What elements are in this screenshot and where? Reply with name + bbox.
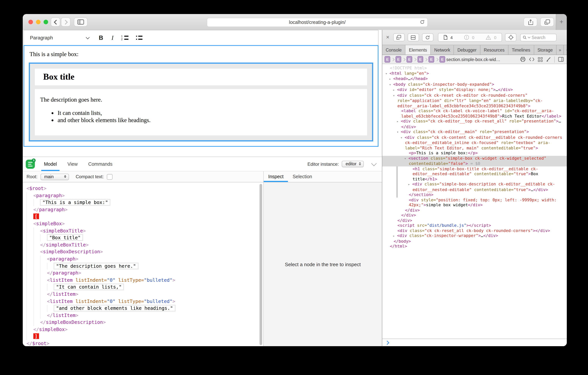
share-button[interactable] xyxy=(524,17,537,27)
dom-tree-line[interactable]: </body> xyxy=(382,239,567,244)
list-item[interactable]: It can contain lists, xyxy=(58,110,362,116)
close-devtools-icon[interactable]: × xyxy=(386,34,389,40)
disclosure-collapsed-icon[interactable]: ▸ xyxy=(393,88,397,93)
dom-tree-line[interactable]: ▾<div class="ck ck-reset ck-editor ck-ro… xyxy=(382,93,567,109)
tab-overview-button[interactable] xyxy=(540,17,554,27)
model-tree-line[interactable]: </simpleBoxTitle> xyxy=(23,242,263,249)
disclosure-collapsed-icon[interactable]: ▸ xyxy=(408,182,412,187)
model-tree-line[interactable]: </listItem> xyxy=(23,312,263,319)
italic-button[interactable]: I xyxy=(112,34,114,41)
dom-tree-line[interactable]: </div> xyxy=(382,213,567,218)
inspector-tab-view[interactable]: View xyxy=(66,157,79,171)
side-tab-inspect[interactable]: Inspect xyxy=(264,171,288,182)
dom-tree-line[interactable]: ▸<head>…</head> xyxy=(382,76,567,82)
element-badge[interactable]: E xyxy=(429,56,434,63)
element-badge[interactable]: E xyxy=(440,56,445,63)
model-tree-line[interactable]: <simpleBoxDescription> xyxy=(23,249,263,255)
activity-summary[interactable]: 4 0 0 xyxy=(438,33,502,42)
numbered-list-button[interactable]: 1 2 xyxy=(121,35,128,40)
print-icon[interactable] xyxy=(520,57,525,62)
dom-tree-line[interactable]: ▾<section class="simple-box ck-widget ck… xyxy=(382,156,567,166)
element-badge[interactable]: E xyxy=(418,56,423,63)
dom-tree-line[interactable]: ▾<body class="ck-inspector-body-expanded… xyxy=(382,82,567,87)
dom-tree-line[interactable]: ▸<div class="simple-box-description ck-e… xyxy=(382,182,567,192)
dom-tree-line[interactable]: ▾<html lang="en"> xyxy=(382,71,567,76)
inspector-tab-model[interactable]: Model xyxy=(43,157,58,171)
dock-side-button[interactable] xyxy=(393,33,405,41)
dom-tree-line[interactable]: ▸<div id="editor" style="display: none;"… xyxy=(382,87,567,93)
disclosure-expanded-icon[interactable]: ▾ xyxy=(393,93,397,98)
editor-instance-select[interactable]: editor xyxy=(342,161,364,167)
dom-tree-line[interactable]: ▾<div class="ck ck-content ck-editor__ed… xyxy=(382,135,567,151)
model-tree-line[interactable]: </listItem> xyxy=(23,291,263,298)
disclosure-collapsed-icon[interactable]: ▸ xyxy=(389,77,393,82)
sidebar-toggle-button[interactable] xyxy=(74,17,87,27)
model-tree-line[interactable]: [ xyxy=(23,213,263,220)
reload-page-button[interactable] xyxy=(422,33,433,41)
bulleted-list-button[interactable] xyxy=(136,35,142,40)
root-select[interactable]: main xyxy=(40,174,69,180)
editor-editable-area[interactable]: This is a simple box: Box title The desc… xyxy=(23,45,378,147)
model-tree-line[interactable]: <simpleBox> xyxy=(23,220,263,227)
minimize-window-button[interactable] xyxy=(36,20,41,24)
dom-tree-line[interactable]: <!DOCTYPE html> xyxy=(382,66,567,71)
model-tree-line[interactable]: </simpleBoxDescription> xyxy=(23,319,263,326)
collapse-inspector-icon[interactable] xyxy=(371,161,377,166)
element-picker-button[interactable] xyxy=(505,33,516,41)
box-title-heading[interactable]: Box title xyxy=(43,72,359,82)
simple-box-title[interactable]: Box title xyxy=(35,69,367,85)
dom-tree-line[interactable]: <div class="ck ck-reset_all ck-body ck-r… xyxy=(382,228,567,233)
model-tree-line[interactable]: "Box title" xyxy=(23,234,263,241)
dom-tree-line[interactable]: </section> xyxy=(382,192,567,197)
devtools-search-field[interactable]: Search xyxy=(520,33,556,41)
dom-tree-line[interactable]: </div> xyxy=(382,208,567,213)
dock-bottom-button[interactable] xyxy=(408,33,419,41)
close-window-button[interactable] xyxy=(28,20,33,24)
dom-tree-line[interactable]: ▸<div class="ck-inspector-wrapper">…</di… xyxy=(382,233,567,239)
new-tab-button[interactable]: + xyxy=(556,14,567,30)
disclosure-expanded-icon[interactable]: ▾ xyxy=(400,135,405,140)
model-tree-line[interactable]: <paragraph> xyxy=(23,255,263,263)
intro-paragraph[interactable]: This is a simple box: xyxy=(30,51,372,58)
inspector-tab-commands[interactable]: Commands xyxy=(87,157,114,171)
dom-tree-line[interactable]: <div style="position: fixed; top: 0px; l… xyxy=(382,197,567,208)
back-button[interactable] xyxy=(51,17,60,27)
simple-box-description[interactable]: The description goes here. It can contai… xyxy=(35,89,367,135)
reload-icon[interactable] xyxy=(420,19,425,25)
model-tree-line[interactable]: <$root> xyxy=(23,185,263,192)
model-tree-line[interactable]: </$root> xyxy=(23,340,263,346)
address-bar[interactable]: localhost/creating-a-plugin/ xyxy=(207,18,428,27)
model-tree-line[interactable]: <listItem listIndent="0" listType="bulle… xyxy=(23,276,263,284)
disclosure-expanded-icon[interactable]: ▾ xyxy=(397,130,401,135)
chevron-down-icon[interactable] xyxy=(86,35,90,39)
dom-tree-line[interactable]: ▾<div class="ck ck-editor__main" role="p… xyxy=(382,129,567,135)
disclosure-collapsed-icon[interactable]: ▸ xyxy=(393,233,397,239)
model-tree-line[interactable]: "The description goes here." xyxy=(23,263,263,270)
devtools-overflow-tabs[interactable]: » xyxy=(556,45,564,55)
forward-button[interactable] xyxy=(61,17,71,27)
devtools-tab-console[interactable]: Console xyxy=(382,45,405,55)
zoom-window-button[interactable] xyxy=(43,20,48,24)
devtools-tab-timelines[interactable]: Timelines xyxy=(508,45,534,55)
model-tree-line[interactable]: <simpleBoxTitle> xyxy=(23,227,263,234)
dom-tree-line[interactable]: <script src="dist/bundle.js"></script> xyxy=(382,223,567,228)
devtools-add-tab[interactable]: + xyxy=(564,45,567,55)
dom-tree-line[interactable]: <label class="ck ck-label ck-voice-label… xyxy=(382,109,567,119)
dom-tree-line[interactable]: </div> xyxy=(382,218,567,223)
disclosure-collapsed-icon[interactable]: ▸ xyxy=(397,119,401,124)
model-tree-line[interactable]: </simpleBox> xyxy=(23,326,263,333)
dom-tree-line[interactable]: <h1 class="simple-box-title ck-editor__e… xyxy=(382,166,567,182)
devtools-tab-resources[interactable]: Resources xyxy=(480,45,508,55)
breadcrumb-selected-node[interactable]: section.simple-box.ck-wid… xyxy=(446,57,500,62)
console-prompt[interactable] xyxy=(382,339,567,346)
element-badge[interactable]: E xyxy=(396,56,401,63)
dom-tree-line[interactable]: </html> xyxy=(382,244,567,249)
disclosure-expanded-icon[interactable]: ▾ xyxy=(389,82,393,87)
paragraph-dropdown[interactable]: Paragraph xyxy=(30,35,53,41)
simple-box-widget[interactable]: Box title The description goes here. It … xyxy=(29,63,373,142)
description-paragraph[interactable]: The description goes here. xyxy=(40,96,362,103)
dom-tree-line[interactable]: <p>This is a simple box:</p> xyxy=(382,151,567,156)
model-tree-line[interactable]: </paragraph> xyxy=(23,270,263,276)
devtools-tab-elements[interactable]: Elements xyxy=(405,45,431,55)
compact-text-checkbox[interactable] xyxy=(107,174,112,179)
